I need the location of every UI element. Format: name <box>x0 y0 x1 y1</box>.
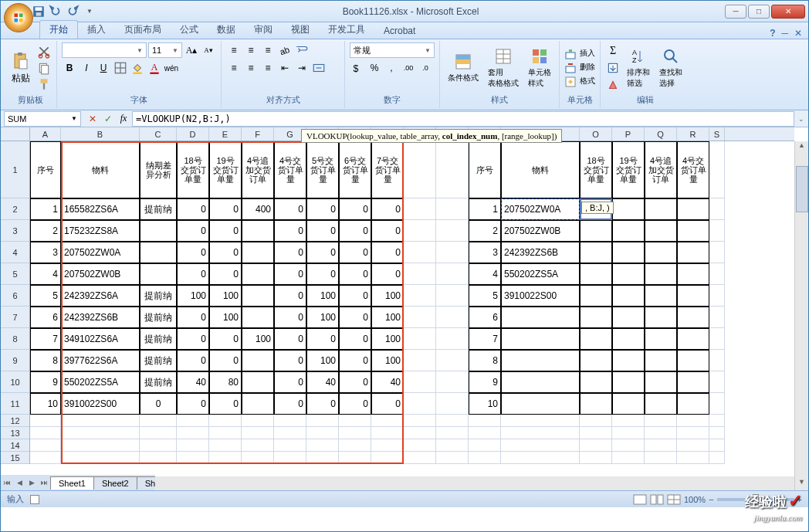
cell-L12[interactable] <box>436 415 469 427</box>
cell-B8[interactable]: 349102ZS6A <box>61 328 140 350</box>
cell-A10[interactable]: 9 <box>30 371 61 393</box>
tab-review[interactable]: 审阅 <box>245 21 282 39</box>
cell-G4[interactable]: 0 <box>274 242 306 263</box>
cell-S7[interactable] <box>709 307 725 328</box>
cell-F13[interactable] <box>242 427 274 439</box>
cell-F3[interactable] <box>242 220 274 242</box>
cell-Q13[interactable] <box>645 427 677 439</box>
cell-D3[interactable]: 0 <box>177 220 209 242</box>
row-header-13[interactable]: 13 <box>1 427 29 439</box>
cell-N1[interactable]: 物料 <box>501 141 580 198</box>
cell-J5[interactable]: 0 <box>371 263 404 285</box>
cell-Q11[interactable] <box>645 393 677 415</box>
worksheet-grid[interactable]: ABCDEFGHIJKLMNOPQRS 12345678910111213141… <box>1 127 808 490</box>
cell-J12[interactable] <box>371 415 404 427</box>
cell-E11[interactable]: 0 <box>209 393 242 415</box>
cell-I11[interactable]: 0 <box>339 393 371 415</box>
tab-home[interactable]: 开始 <box>39 20 78 39</box>
col-header-D[interactable]: D <box>177 127 209 141</box>
cell-B4[interactable]: 207502ZW0A <box>61 242 140 263</box>
cell-J11[interactable]: 0 <box>371 393 404 415</box>
cell-O5[interactable] <box>580 263 612 285</box>
insert-cells-button[interactable]: 插入 <box>564 48 595 60</box>
cell-A13[interactable] <box>30 427 61 439</box>
cell-B3[interactable]: 175232ZS8A <box>61 220 140 242</box>
cell-O10[interactable] <box>580 371 612 393</box>
cell-P13[interactable] <box>612 427 645 439</box>
cell-L6[interactable] <box>436 285 469 307</box>
row-header-9[interactable]: 9 <box>1 350 29 371</box>
cell-D10[interactable]: 40 <box>177 371 209 393</box>
cell-Q6[interactable] <box>645 285 677 307</box>
cell-F2[interactable]: 400 <box>242 198 274 220</box>
cell-I1[interactable]: 6号交货订单量 <box>339 141 371 198</box>
cell-P1[interactable]: 19号交货订单量 <box>612 141 645 198</box>
cell-I12[interactable] <box>339 415 371 427</box>
cell-A5[interactable]: 4 <box>30 263 61 285</box>
cell-E7[interactable]: 100 <box>209 307 242 328</box>
cell-E5[interactable]: 0 <box>209 263 242 285</box>
cell-H1[interactable]: 5号交货订单量 <box>306 141 339 198</box>
cell-L11[interactable] <box>436 393 469 415</box>
cell-F1[interactable]: 4号追加交货订单 <box>242 141 274 198</box>
cell-C7[interactable]: 提前纳 <box>140 307 177 328</box>
tab-view[interactable]: 视图 <box>282 21 319 39</box>
cell-K11[interactable] <box>404 393 436 415</box>
col-header-P[interactable]: P <box>612 127 645 141</box>
cell-D11[interactable]: 0 <box>177 393 209 415</box>
cell-E14[interactable] <box>209 439 242 452</box>
cell-L1[interactable] <box>436 141 469 198</box>
cell-F15[interactable] <box>242 452 274 464</box>
cell-D5[interactable]: 0 <box>177 263 209 285</box>
cell-L13[interactable] <box>436 427 469 439</box>
cell-F10[interactable] <box>242 371 274 393</box>
cell-C13[interactable] <box>140 427 177 439</box>
cell-I14[interactable] <box>339 439 371 452</box>
cell-O1[interactable]: 18号交货订单量 <box>580 141 612 198</box>
cell-J1[interactable]: 7号交货订单量 <box>371 141 404 198</box>
row-header-8[interactable]: 8 <box>1 328 29 350</box>
cell-I15[interactable] <box>339 452 371 464</box>
tab-data[interactable]: 数据 <box>208 21 245 39</box>
cell-G9[interactable]: 0 <box>274 350 306 371</box>
minimize-button[interactable]: ─ <box>725 5 746 19</box>
align-bottom-icon[interactable]: ≡ <box>260 42 276 58</box>
cell-H2[interactable]: 0 <box>306 198 339 220</box>
cell-E12[interactable] <box>209 415 242 427</box>
cell-N5[interactable]: 550202ZS5A <box>501 263 580 285</box>
cell-H8[interactable]: 0 <box>306 328 339 350</box>
cell-N6[interactable]: 3910022S00 <box>501 285 580 307</box>
cell-M11[interactable]: 10 <box>469 393 501 415</box>
cell-Q3[interactable] <box>645 220 677 242</box>
cell-Q10[interactable] <box>645 371 677 393</box>
cell-L10[interactable] <box>436 371 469 393</box>
cell-Q5[interactable] <box>645 263 677 285</box>
cell-A12[interactable] <box>30 415 61 427</box>
conditional-format-button[interactable]: 条件格式 <box>445 51 482 85</box>
cell-G8[interactable]: 0 <box>274 328 306 350</box>
format-as-table-button[interactable]: 套用 表格格式 <box>485 46 522 90</box>
cell-B10[interactable]: 550202ZS5A <box>61 371 140 393</box>
cell-I8[interactable]: 0 <box>339 328 371 350</box>
autosum-icon[interactable]: Σ <box>605 43 621 59</box>
cell-F8[interactable]: 100 <box>242 328 274 350</box>
cell-D13[interactable] <box>177 427 209 439</box>
cell-N15[interactable] <box>501 452 580 464</box>
cell-K4[interactable] <box>404 242 436 263</box>
cell-P15[interactable] <box>612 452 645 464</box>
tab-last-icon[interactable]: ⏭ <box>38 476 50 489</box>
cell-R15[interactable] <box>677 452 709 464</box>
col-header-C[interactable]: C <box>140 127 177 141</box>
cell-Q15[interactable] <box>645 452 677 464</box>
cell-P4[interactable] <box>612 242 645 263</box>
cell-C11[interactable]: 0 <box>140 393 177 415</box>
cell-S10[interactable] <box>709 371 725 393</box>
cell-L9[interactable] <box>436 350 469 371</box>
cell-A9[interactable]: 8 <box>30 350 61 371</box>
orientation-icon[interactable]: ab <box>277 42 293 58</box>
cell-S2[interactable] <box>709 198 725 220</box>
cell-C3[interactable] <box>140 220 177 242</box>
tab-devtools[interactable]: 开发工具 <box>319 21 374 39</box>
cell-J7[interactable]: 100 <box>371 307 404 328</box>
format-cells-button[interactable]: 格式 <box>564 76 595 88</box>
